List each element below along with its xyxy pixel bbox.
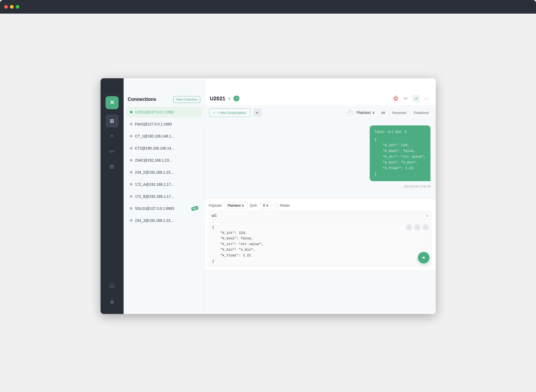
connection-item[interactable]: 172_A@192.168.1.17... xyxy=(126,179,202,190)
message-container: Topic: a/1 QoS: 0 { "k_int": 124, "k_boo… xyxy=(205,120,436,199)
sidebar-icons: ✕ ⊞ + </> ⊟ ⓘ ⚙ xyxy=(101,78,124,314)
logo-icon: ✕ xyxy=(110,99,114,106)
send-icon: ➤ xyxy=(420,254,427,261)
header-actions: ⏻ ✏ + ··· xyxy=(392,95,430,102)
connection-item[interactable]: 234_2@192.168.1.23... xyxy=(126,167,202,178)
ssl-badge: SSL xyxy=(191,206,198,211)
publish-toolbar: Payload: Plaintext ∨ QoS: 0 ∨ Retain xyxy=(209,202,432,209)
publish-area: Payload: Plaintext ∨ QoS: 0 ∨ Retain xyxy=(205,198,436,270)
retain-radio[interactable] xyxy=(274,203,278,208)
main-header: U2021 ⋎ 1 ⏻ ✏ + ··· xyxy=(205,92,436,106)
status-dot xyxy=(130,195,132,198)
connection-item[interactable]: 234C@192.168.1.23... xyxy=(126,155,202,166)
connection-item[interactable]: 234_3@192.168.1.23... xyxy=(126,215,202,226)
connection-name: SSL01@127.0.0.1:8883 xyxy=(135,206,174,211)
status-dot xyxy=(130,135,132,137)
edit-button[interactable]: ✏ xyxy=(403,95,409,102)
data-icon: ⊟ xyxy=(110,163,114,170)
dropdown-arrow-icon[interactable]: ⋎ xyxy=(228,96,231,101)
send-button[interactable]: ➤ xyxy=(418,252,429,263)
collapse-icon: ⇤ xyxy=(256,111,259,115)
new-subscription-label: + New Subscription xyxy=(217,111,246,115)
code-icon: </> xyxy=(109,149,114,153)
format-select[interactable]: Plaintext ∨ xyxy=(357,111,375,115)
new-collection-button[interactable]: New Collection xyxy=(173,96,200,103)
chevron-down-icon: ∨ xyxy=(242,203,244,207)
messages-area: Topic: a/1 QoS: 0 { "k_int": 124, "k_boo… xyxy=(205,120,436,314)
status-dot xyxy=(130,207,132,210)
chevron-down-icon: ∨ xyxy=(372,111,375,115)
plus-icon: + xyxy=(213,111,215,115)
connection-name: CT_1@180.106.148.1... xyxy=(135,134,174,138)
add-tab-button[interactable]: + xyxy=(412,95,420,102)
payload-label: Payload: xyxy=(209,203,222,207)
format-dropdown[interactable]: Plaintext ∨ xyxy=(225,202,247,209)
connection-item[interactable]: U2021@127.0.0.1:1883 xyxy=(126,107,202,118)
connection-name: Part2@127.0.0.1:1883 xyxy=(135,122,172,126)
format-select-label: Plaintext xyxy=(228,203,241,207)
topic-chevron-icon: ∨ xyxy=(426,213,429,218)
info-icon: ⓘ xyxy=(110,283,114,289)
status-dot xyxy=(130,171,132,174)
connection-name: 172_A@192.168.1.17... xyxy=(135,182,174,186)
nav-back-button[interactable]: ← xyxy=(406,224,412,231)
nav-forward-button[interactable]: → xyxy=(422,224,429,231)
qos-value: 0 xyxy=(263,203,265,207)
message-topic-line: Topic: a/1 QoS: 0 xyxy=(374,130,426,135)
connection-item[interactable]: Part2@127.0.0.1:1883 xyxy=(126,119,202,130)
topic-row[interactable]: a/1 ∨ xyxy=(209,211,432,220)
main-title: U2021 xyxy=(210,96,225,102)
connection-name: U2021@127.0.0.1:1883 xyxy=(135,110,174,114)
main-content: U2021 ⋎ 1 ⏻ ✏ + ··· + + New Subscription… xyxy=(205,78,436,314)
connection-name: 172_B@192.168.1.17... xyxy=(135,194,174,198)
connections-title: Connections xyxy=(128,97,156,102)
qos-dropdown[interactable]: 0 ∨ xyxy=(260,202,272,209)
help-icon[interactable]: ? xyxy=(347,109,353,116)
sidebar-item-code[interactable]: </> xyxy=(106,145,119,158)
topic-input[interactable]: a/1 xyxy=(212,213,426,218)
payload-text: { "k_int": 124, "k_bool": false, "k_str"… xyxy=(212,224,428,264)
app-logo: ✕ xyxy=(106,96,119,109)
status-dot xyxy=(130,159,132,162)
collapse-button[interactable]: ⇤ xyxy=(253,108,262,117)
notification-badge: 1 xyxy=(234,96,239,101)
status-dot xyxy=(130,111,132,113)
connections-icon: ⊞ xyxy=(110,118,114,124)
status-dot xyxy=(130,219,132,222)
sidebar-item-info[interactable]: ⓘ xyxy=(106,279,119,292)
filter-tabs: All | Received | Published xyxy=(378,110,431,116)
status-dot xyxy=(130,183,132,186)
connections-panel: Connections New Collection U2021@127.0.0… xyxy=(124,78,205,314)
qos-label: QoS: xyxy=(250,203,258,207)
filter-received[interactable]: Received xyxy=(390,110,409,116)
power-button[interactable]: ⏻ xyxy=(392,95,399,102)
tab-area: + + New Subscription ⇤ ? Plaintext ∨ All… xyxy=(205,106,436,120)
new-subscription-button[interactable]: + + New Subscription xyxy=(209,108,251,117)
editor-nav: ← − → xyxy=(406,224,429,231)
add-icon: + xyxy=(110,133,114,139)
settings-icon: ⚙ xyxy=(110,299,114,305)
filter-area: ? Plaintext ∨ All | Received | Published xyxy=(347,109,432,116)
message-payload: { "k_int": 124, "k_bool": false, "k_str"… xyxy=(374,137,426,177)
sidebar-item-connections[interactable]: ⊞ xyxy=(106,114,119,128)
sidebar-item-settings[interactable]: ⚙ xyxy=(106,296,119,309)
format-label: Plaintext xyxy=(357,111,371,115)
retain-checkbox-area[interactable]: Retain xyxy=(274,203,290,208)
connection-name: 234C@192.168.1.23... xyxy=(135,158,172,162)
connection-item[interactable]: CT2@180.106.148.14... xyxy=(126,143,202,154)
connection-item[interactable]: CT_1@180.106.148.1... xyxy=(126,131,202,142)
message-timestamp: 2022-05-04 17:42:20 xyxy=(210,185,430,188)
connection-name: 234_2@192.168.1.23... xyxy=(135,170,174,174)
sidebar-item-data[interactable]: ⊟ xyxy=(106,160,119,173)
filter-all[interactable]: All xyxy=(378,110,387,116)
payload-editor[interactable]: { "k_int": 124, "k_bool": false, "k_str"… xyxy=(209,222,432,267)
nav-minus-button[interactable]: − xyxy=(414,224,421,231)
filter-published[interactable]: Published xyxy=(411,110,431,116)
connection-item[interactable]: 172_B@192.168.1.17... xyxy=(126,191,202,202)
more-button[interactable]: ··· xyxy=(423,95,430,102)
retain-label: Retain xyxy=(280,203,290,207)
message-bubble: Topic: a/1 QoS: 0 { "k_int": 124, "k_boo… xyxy=(370,125,430,181)
connection-item[interactable]: SSL01@127.0.0.1:8883 SSL xyxy=(126,203,202,214)
sidebar-item-add[interactable]: + xyxy=(106,130,119,143)
status-dot xyxy=(130,123,132,125)
